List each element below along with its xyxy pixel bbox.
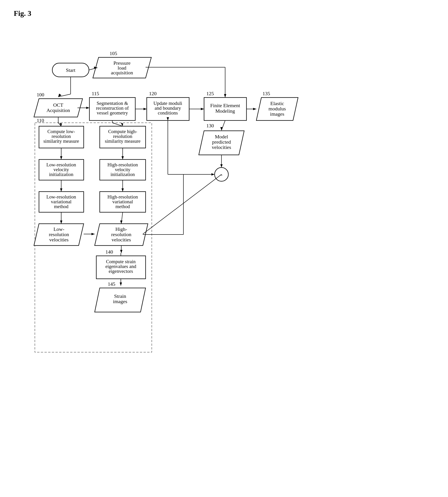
svg-text:similarity measure: similarity measure — [43, 138, 79, 144]
svg-marker-12 — [34, 99, 82, 117]
svg-text:load: load — [118, 65, 126, 71]
svg-marker-88 — [224, 94, 226, 98]
svg-text:High-resolution: High-resolution — [108, 162, 138, 167]
svg-rect-76 — [96, 256, 145, 279]
svg-marker-85 — [94, 66, 97, 69]
svg-text:variational: variational — [51, 199, 72, 204]
svg-text:Acquisition: Acquisition — [47, 107, 70, 113]
svg-marker-3 — [97, 59, 149, 77]
svg-text:images: images — [113, 298, 127, 304]
svg-text:Start: Start — [66, 67, 75, 73]
svg-text:High-resolution: High-resolution — [108, 194, 138, 200]
svg-text:velocity: velocity — [53, 167, 69, 172]
svg-marker-67 — [34, 224, 84, 246]
svg-marker-121 — [92, 233, 95, 235]
svg-text:velocities: velocities — [212, 144, 231, 150]
svg-text:Segmentation &: Segmentation & — [96, 100, 128, 106]
svg-text:Compute low-: Compute low- — [48, 129, 75, 134]
svg-text:reconstruction of: reconstruction of — [96, 105, 129, 111]
svg-marker-131 — [167, 117, 169, 120]
svg-text:method: method — [54, 204, 68, 209]
svg-text:Update moduli: Update moduli — [153, 100, 182, 106]
svg-marker-101 — [220, 127, 223, 130]
svg-marker-106 — [60, 123, 62, 126]
svg-marker-103 — [220, 164, 223, 167]
svg-text:resolution: resolution — [49, 232, 69, 237]
svg-marker-30 — [256, 98, 298, 120]
svg-rect-21 — [147, 98, 189, 120]
svg-text:velocities: velocities — [112, 237, 131, 243]
svg-rect-55 — [100, 160, 145, 180]
svg-text:load: load — [119, 66, 128, 72]
svg-text:115: 115 — [92, 91, 99, 96]
svg-text:velocity: velocity — [115, 167, 130, 172]
svg-text:resolution: resolution — [111, 232, 131, 237]
svg-text:Strain: Strain — [114, 293, 126, 299]
svg-marker-117 — [122, 188, 124, 192]
svg-text:135: 135 — [262, 91, 270, 96]
svg-text:140: 140 — [105, 249, 113, 255]
svg-marker-35 — [199, 131, 244, 155]
svg-text:Low-: Low- — [53, 226, 64, 232]
svg-rect-26 — [204, 98, 246, 120]
svg-text:Elastic: Elastic — [270, 100, 284, 106]
svg-marker-135 — [211, 173, 215, 176]
svg-text:Finite Element: Finite Element — [210, 102, 240, 108]
svg-point-39 — [215, 167, 228, 181]
svg-marker-91 — [58, 94, 62, 97]
svg-text:145: 145 — [108, 281, 115, 287]
svg-rect-63 — [100, 192, 145, 212]
svg-rect-16 — [89, 98, 135, 120]
svg-text:OCT: OCT — [53, 102, 64, 108]
svg-text:Compute strain: Compute strain — [106, 259, 136, 264]
svg-line-100 — [222, 120, 225, 130]
svg-marker-99 — [253, 108, 256, 110]
svg-marker-81 — [95, 288, 145, 312]
svg-rect-0 — [52, 63, 89, 77]
svg-marker-93 — [86, 107, 89, 109]
svg-text:initialization: initialization — [49, 172, 74, 177]
svg-text:acquisition: acquisition — [111, 70, 133, 76]
svg-text:predicted: predicted — [212, 139, 231, 145]
svg-line-126 — [143, 174, 222, 234]
svg-text:Model: Model — [215, 134, 228, 139]
svg-marker-111 — [60, 156, 62, 160]
svg-text:images: images — [270, 111, 284, 117]
fig-label: Fig. 3 — [14, 9, 31, 18]
svg-text:110: 110 — [37, 117, 44, 123]
svg-marker-119 — [60, 220, 62, 224]
svg-rect-41 — [35, 123, 152, 352]
svg-rect-51 — [39, 160, 84, 180]
svg-text:Low-resolution: Low-resolution — [46, 162, 76, 167]
svg-marker-125 — [120, 250, 122, 253]
svg-text:similarity measure: similarity measure — [105, 138, 141, 144]
svg-text:130: 130 — [206, 123, 214, 129]
svg-line-105 — [58, 123, 61, 126]
svg-marker-95 — [144, 108, 147, 110]
svg-marker-7 — [93, 57, 151, 78]
svg-text:resolution: resolution — [52, 133, 71, 139]
svg-text:eigenvalues and: eigenvalues and — [105, 264, 136, 269]
svg-text:eigenvectors: eigenvectors — [109, 268, 133, 274]
svg-line-108 — [112, 123, 123, 126]
svg-text:105: 105 — [110, 50, 117, 56]
svg-text:Pressure: Pressure — [115, 61, 132, 67]
svg-text:Pressure: Pressure — [113, 60, 131, 66]
svg-line-84 — [89, 68, 97, 70]
svg-line-122 — [121, 212, 123, 224]
svg-text:method: method — [115, 204, 130, 209]
svg-text:Compute high-: Compute high- — [108, 129, 137, 134]
svg-text:Low-resolution: Low-resolution — [46, 194, 76, 200]
svg-marker-71 — [95, 224, 148, 246]
svg-text:125: 125 — [206, 91, 214, 96]
svg-text:Modeling: Modeling — [215, 108, 235, 114]
svg-rect-59 — [39, 192, 84, 212]
svg-text:velocities: velocities — [49, 237, 68, 243]
svg-text:-: - — [221, 171, 223, 178]
svg-line-90 — [58, 94, 71, 97]
svg-rect-43 — [39, 126, 84, 148]
svg-marker-115 — [60, 188, 62, 192]
svg-text:and boundary: and boundary — [155, 105, 181, 111]
svg-text:initialization: initialization — [111, 172, 135, 177]
svg-text:resolution: resolution — [113, 133, 132, 139]
